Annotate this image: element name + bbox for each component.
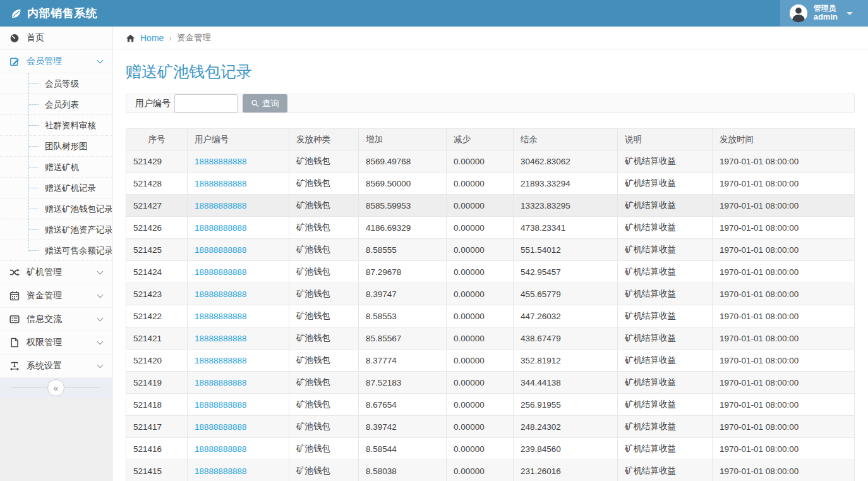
table-cell: 521427: [126, 195, 188, 217]
user-id-link[interactable]: 18888888888: [195, 400, 247, 410]
table-cell: 0.00000: [447, 416, 514, 438]
user-id-link[interactable]: 18888888888: [195, 267, 247, 277]
table-cell: 矿机结算收益: [618, 416, 713, 438]
table-cell: 344.44138: [514, 372, 618, 394]
user-id-link[interactable]: 18888888888: [195, 356, 247, 365]
user-id-link[interactable]: 18888888888: [195, 312, 247, 321]
table-cell: 18888888888: [188, 283, 289, 305]
sidebar: 首页 会员管理 会员等级 会员列表 社群资料审核 团队树形图 赠送矿机 赠送矿机…: [0, 27, 112, 481]
user-id-link[interactable]: 18888888888: [195, 223, 247, 233]
table-cell: 矿机结算收益: [618, 460, 713, 481]
sidebar-subitem-label: 会员列表: [45, 100, 79, 109]
sidebar-item-member-management[interactable]: 会员管理: [0, 50, 112, 73]
table-row: 52142418888888888矿池钱包87.296780.00000542.…: [126, 261, 855, 283]
sidebar-subitem[interactable]: 会员列表: [0, 94, 112, 115]
table-cell: 矿池钱包: [289, 372, 359, 394]
table-cell: 矿池钱包: [289, 283, 359, 305]
sidebar-subitem[interactable]: 赠送矿机: [0, 157, 112, 178]
table-cell: 18888888888: [188, 460, 289, 481]
table-cell: 0.00000: [447, 350, 514, 372]
table-cell: 矿池钱包: [289, 394, 359, 416]
table-cell: 矿池钱包: [289, 438, 359, 460]
sidebar-subitem-label: 赠送矿机: [45, 162, 79, 172]
table-cell: 矿机结算收益: [618, 372, 713, 394]
table-cell: 521429: [126, 150, 188, 173]
chevron-down-icon: [97, 57, 104, 63]
user-id-link[interactable]: 18888888888: [195, 422, 247, 432]
breadcrumb-home-link[interactable]: Home: [140, 33, 164, 43]
user-id-link[interactable]: 18888888888: [195, 466, 247, 476]
app-logo[interactable]: 内部销售系统: [0, 0, 107, 27]
table-cell: 1970-01-01 08:00:00: [713, 195, 855, 217]
breadcrumb-separator: ›: [169, 33, 172, 43]
table-row: 52142918888888888矿池钱包8569.497680.0000030…: [126, 150, 855, 173]
sidebar-collapse-strip: «: [0, 378, 112, 398]
table-cell: 矿池钱包: [289, 195, 359, 217]
sidebar-item-home[interactable]: 首页: [0, 27, 112, 50]
sidebar-subitem[interactable]: 赠送矿机记录: [0, 178, 112, 198]
user-id-link[interactable]: 18888888888: [195, 334, 247, 343]
sidebar-item-miner-management[interactable]: 矿机管理: [0, 261, 112, 284]
table-cell: 0.00000: [447, 438, 514, 460]
sidebar-subitem-label: 赠送矿机记录: [45, 183, 96, 193]
user-id-link[interactable]: 18888888888: [195, 444, 247, 454]
table-cell: 521425: [126, 239, 188, 261]
table-cell: 551.54012: [514, 239, 618, 261]
sidebar-item-system-settings[interactable]: 系统设置: [0, 355, 112, 378]
table-cell: 矿池钱包: [289, 173, 359, 195]
user-id-link[interactable]: 18888888888: [195, 378, 247, 387]
sidebar-subitem-label: 赠送矿池钱包记录: [45, 204, 112, 214]
table-cell: 521428: [126, 173, 188, 195]
table-cell: 231.26016: [514, 460, 618, 481]
table-cell: 455.65779: [514, 283, 618, 305]
user-id-link[interactable]: 18888888888: [195, 245, 247, 255]
table-cell: 521418: [126, 394, 188, 416]
table-cell: 矿池钱包: [289, 305, 359, 327]
user-id-input[interactable]: [174, 94, 238, 113]
user-id-link[interactable]: 18888888888: [195, 157, 247, 166]
sidebar-subitem-label: 团队树形图: [45, 142, 88, 151]
chevron-down-icon: [97, 338, 104, 344]
table-cell: 矿机结算收益: [618, 173, 713, 195]
table-cell: 18888888888: [188, 195, 289, 217]
page-title: 赠送矿池钱包记录: [126, 63, 855, 81]
table-cell: 1970-01-01 08:00:00: [713, 217, 855, 239]
sidebar-subitem[interactable]: 团队树形图: [0, 136, 112, 157]
table-cell: 18888888888: [188, 217, 289, 239]
sidebar-collapse-button[interactable]: «: [47, 379, 64, 396]
table-cell: 矿池钱包: [289, 327, 359, 350]
sidebar-item-label: 矿机管理: [27, 267, 62, 278]
sidebar-item-label: 首页: [27, 32, 44, 44]
table-cell: 239.84560: [514, 438, 618, 460]
home-icon: [126, 33, 135, 43]
column-header: 增加: [359, 129, 447, 150]
table-cell: 矿池钱包: [289, 460, 359, 481]
user-menu[interactable]: 管理员 admin: [780, 0, 868, 27]
user-id-link[interactable]: 18888888888: [195, 179, 247, 188]
search-label: 用户编号: [135, 98, 171, 109]
table-cell: 521416: [126, 438, 188, 460]
sidebar-item-label: 会员管理: [27, 56, 62, 67]
sidebar-item-funds-management[interactable]: 资金管理: [0, 284, 112, 308]
table-cell: 矿机结算收益: [618, 195, 713, 217]
table-cell: 8585.59953: [359, 195, 447, 217]
table-cell: 30462.83062: [514, 150, 618, 173]
sidebar-subitem[interactable]: 会员等级: [0, 73, 112, 94]
sidebar-subitem[interactable]: 赠送可售余额记录: [0, 240, 112, 261]
table-cell: 542.95457: [514, 261, 618, 283]
user-id-link[interactable]: 18888888888: [195, 201, 247, 210]
sidebar-subitem[interactable]: 赠送矿池钱包记录: [0, 198, 112, 219]
user-id-link[interactable]: 18888888888: [195, 289, 247, 299]
sidebar-item-permission-management[interactable]: 权限管理: [0, 331, 112, 355]
sidebar-subitem[interactable]: 赠送矿池资产记录: [0, 219, 112, 240]
sidebar-subitem-label: 赠送矿池资产记录: [45, 225, 112, 234]
table-cell: 矿机结算收益: [618, 350, 713, 372]
sidebar-item-info-exchange[interactable]: 信息交流: [0, 308, 112, 331]
table-cell: 8.58544: [359, 438, 447, 460]
table-row: 52142118888888888矿池钱包85.855670.00000438.…: [126, 327, 855, 350]
table-cell: 4186.69329: [359, 217, 447, 239]
sidebar-subitem[interactable]: 社群资料审核: [0, 115, 112, 136]
column-header: 序号: [126, 129, 188, 150]
table-cell: 256.91955: [514, 394, 618, 416]
search-button[interactable]: 查询: [243, 94, 287, 113]
